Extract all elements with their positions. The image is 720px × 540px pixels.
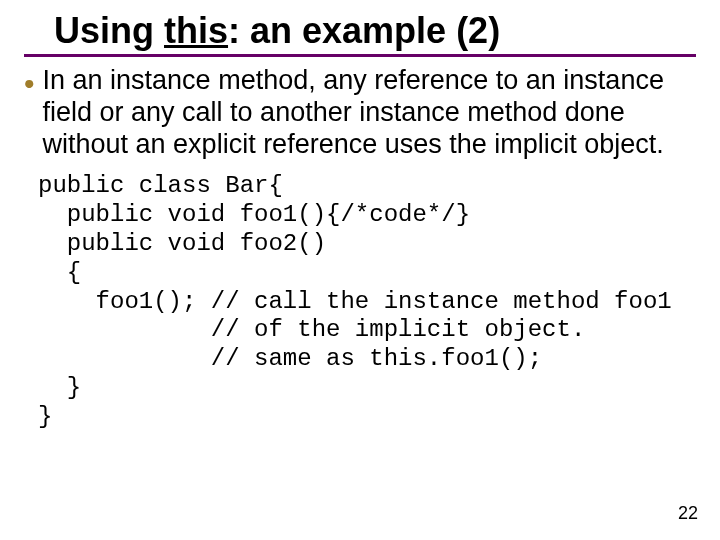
bullet-item: • In an instance method, any reference t…: [24, 65, 696, 161]
code-line: public void foo1(){/*code*/}: [38, 201, 470, 228]
code-line: public void foo2(): [38, 230, 326, 257]
code-line: // same as this.foo1();: [38, 345, 542, 372]
code-line: }: [38, 374, 81, 401]
code-block: public class Bar{ public void foo1(){/*c…: [38, 172, 696, 431]
code-line: {: [38, 259, 81, 286]
slide: Using this: an example (2) • In an insta…: [0, 0, 720, 540]
title-suffix: : an example (2): [228, 10, 500, 51]
page-number: 22: [678, 503, 698, 524]
bullet-text: In an instance method, any reference to …: [43, 65, 696, 161]
code-line: }: [38, 403, 52, 430]
bullet-icon: •: [24, 69, 35, 99]
title-prefix: Using: [54, 10, 164, 51]
slide-body: • In an instance method, any reference t…: [24, 65, 696, 432]
title-keyword: this: [164, 10, 228, 51]
code-line: public class Bar{: [38, 172, 283, 199]
code-line: // of the implicit object.: [38, 316, 585, 343]
slide-title: Using this: an example (2): [54, 12, 696, 50]
title-divider: [24, 54, 696, 57]
code-line: foo1(); // call the instance method foo1: [38, 288, 672, 315]
